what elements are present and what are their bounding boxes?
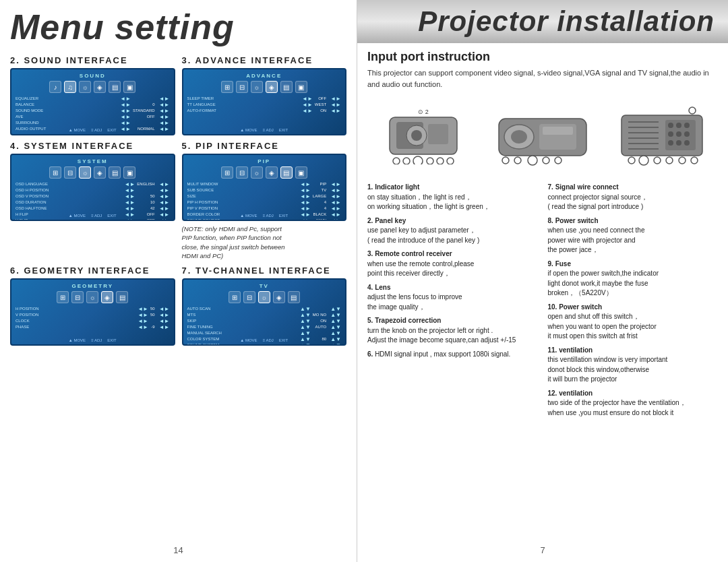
sound-icons: ♪ ♫ ☼ ◈ ▤ ▣ — [16, 81, 170, 93]
pip-adj: ≡ ADJ — [263, 214, 274, 218]
svg-point-26 — [676, 123, 681, 128]
sys-exit: EXIT — [107, 214, 116, 218]
svg-point-30 — [684, 131, 690, 137]
svg-point-31 — [668, 140, 673, 146]
tv-bottom: ▲ MOVE ≡ ADJ EXIT — [183, 338, 346, 342]
sound-icon-4: ◈ — [94, 81, 106, 93]
adv-move: ▲ MOVE — [240, 128, 257, 132]
svg-text:⊙ 2: ⊙ 2 — [419, 108, 429, 115]
sound-icon-1: ♪ — [49, 81, 61, 93]
geometry-screen: GEOMETRY ⊞ ⊟ ☼ ◈ ▤ H POSITIONV POSITIONC… — [10, 278, 175, 346]
instruction-1: 1. Indicator light on stay situation，the… — [367, 183, 538, 212]
pip-note: (NOTE: only HDMI and Pc, support PIP fun… — [182, 224, 347, 260]
geo-icon-5: ▤ — [116, 291, 128, 303]
sound-labels: EQUALIZERBALANCESOUND MODEAVESURROUNDAUD… — [16, 96, 116, 132]
svg-point-22 — [689, 107, 696, 114]
system-section: 4. SYSTEM INTERFACE SYSTEM ⊞ ⊟ ☼ ◈ ▤ ▣ O… — [10, 141, 175, 260]
inst-11-num: 11. — [548, 346, 559, 354]
inst-3-num: 3. — [367, 250, 375, 257]
inst-8-num: 8. — [548, 217, 555, 224]
advance-arrows-right: ◄►◄►◄► — [330, 96, 341, 114]
projector-svg-1: ⊙ 2 — [380, 107, 467, 164]
instruction-11: 11. ventilation this ventillation window… — [548, 346, 719, 385]
pip-heading: 5. PIP INTERFACE — [182, 141, 347, 151]
sys-move: ▲ MOVE — [69, 214, 86, 218]
inst-4-text: adjust the lens focus to improvethe imag… — [367, 293, 462, 311]
inst-4-num: 4. — [367, 284, 375, 291]
svg-point-17 — [502, 157, 509, 164]
instruction-7: 7. Signal wire connect connect projector… — [548, 183, 719, 212]
instruction-10: 10. Power switch open and shut off this … — [548, 303, 719, 342]
inst-12-num: 12. — [548, 389, 559, 397]
sys-icon-5: ▤ — [109, 166, 121, 179]
tv-screen: TV ⊞ ⊟ ☼ ◈ ▤ AUTO SCANMTSSKIPFINE TUNING… — [182, 278, 347, 346]
inst-10-num: 10. — [548, 303, 559, 311]
sound-heading: 2. SOUND INTERFACE — [10, 55, 175, 65]
instruction-8: 8. Power switch when use ,you need conne… — [548, 216, 719, 255]
page-number-right: 7 — [367, 545, 718, 555]
sys-adj: ≡ ADJ — [91, 214, 102, 218]
inst-7-num: 7. — [548, 183, 555, 191]
svg-point-33 — [684, 140, 690, 146]
inst-1-bold: Indicator light — [375, 183, 419, 191]
tv-screen-title: TV — [187, 283, 342, 289]
instruction-9: 9. Fuse if open the power switch,the ind… — [548, 259, 719, 299]
projector-svg-2 — [492, 105, 593, 166]
sound-icon-5: ▤ — [109, 81, 121, 93]
system-icons: ⊞ ⊟ ☼ ◈ ▤ ▣ — [16, 166, 170, 179]
svg-point-19 — [528, 156, 537, 165]
inst-11-text: this ventillation window is very importa… — [548, 356, 668, 383]
tv-icon-3: ☼ — [258, 291, 270, 303]
sound-arrows: ◄►◄►◄►◄►◄►◄► — [120, 96, 131, 132]
sound-icon-2: ♫ — [64, 81, 76, 93]
instruction-2: 2. Panel key use panel key to adjust par… — [367, 216, 538, 246]
inst-1-num: 1. — [367, 183, 375, 191]
tv-section: 7. TV-CHANNEL INTERFACE TV ⊞ ⊟ ☼ ◈ ▤ AUT… — [182, 266, 347, 346]
page-number-left: 14 — [10, 540, 346, 555]
inst-7-text: connect projector signal source，( read t… — [548, 193, 648, 211]
inst-5-bold: Trapezoid correction — [375, 317, 441, 324]
inst-2-num: 2. — [367, 217, 375, 224]
svg-point-7 — [403, 158, 410, 164]
inst-8-bold: Power switch — [555, 217, 599, 224]
sound-icon-3: ☼ — [79, 81, 91, 93]
sound-screen-title: SOUND — [16, 73, 170, 79]
svg-point-4 — [411, 130, 422, 141]
geo-exit: EXIT — [107, 338, 116, 342]
pip-bottom: ▲ MOVE ≡ ADJ EXIT — [183, 214, 346, 218]
sound-menu-rows: EQUALIZERBALANCESOUND MODEAVESURROUNDAUD… — [16, 96, 170, 132]
sound-screen: SOUND ♪ ♫ ☼ ◈ ▤ ▣ EQUALIZERBALANCESOUND … — [10, 68, 175, 135]
svg-point-14 — [511, 130, 527, 144]
advance-values: OFFWESTON — [315, 96, 326, 114]
geo-icon-2: ⊟ — [71, 291, 84, 303]
tv-icons: ⊞ ⊟ ☼ ◈ ▤ — [187, 291, 342, 303]
inst-10-text: open and shut off this switch，when you w… — [548, 313, 657, 340]
instructions-left-col: 1. Indicator light on stay situation，the… — [367, 183, 538, 422]
adv-icon-3: ☼ — [251, 81, 263, 93]
sound-move: ▲ MOVE — [69, 128, 86, 132]
tv-icon-1: ⊞ — [229, 291, 241, 303]
section-row-3: 6. GEOMETRY INTERFACE GEOMETRY ⊞ ⊟ ☼ ◈ ▤… — [10, 266, 346, 346]
left-panel: Menu setting 2. SOUND INTERFACE SOUND ♪ … — [0, 0, 357, 562]
sound-bottom: ▲ MOVE ≡ ADJ EXIT — [11, 128, 174, 132]
advance-labels: SLEEP TIMERTT LANGUAGEAUTO-FORMAT — [187, 96, 298, 114]
geometry-arrows: ◄►◄►◄►◄► — [138, 306, 148, 330]
sys-icon-4: ◈ — [94, 166, 106, 179]
section-row-2: 4. SYSTEM INTERFACE SYSTEM ⊞ ⊟ ☼ ◈ ▤ ▣ O… — [10, 141, 346, 260]
geo-adj: ≡ ADJ — [91, 338, 102, 342]
geo-move: ▲ MOVE — [69, 338, 86, 342]
sys-icon-6: ▣ — [123, 166, 135, 179]
instruction-5: 5. Trapezoid correction turn the knob on… — [367, 316, 538, 346]
inst-9-bold: Fuse — [555, 260, 571, 268]
input-section-title: Input port instruction — [367, 50, 718, 64]
inst-6-text: HDMI signal input , max support 1080i si… — [375, 350, 510, 358]
tv-move: ▲ MOVE — [240, 338, 257, 342]
inst-3-text: when use the remote control,pleasepoint … — [367, 260, 474, 278]
geometry-screen-title: GEOMETRY — [16, 283, 170, 289]
pip-section: 5. PIP INTERFACE PIP ⊞ ⊟ ☼ ◈ ▤ ▣ MULIT W… — [182, 141, 347, 260]
advance-screen: ADVANCE ⊞ ⊟ ☼ ◈ ▤ ▣ SLEEP TIMERTT LANGUA… — [182, 68, 347, 135]
sys-icon-1: ⊞ — [49, 166, 61, 179]
tv-adj: ≡ ADJ — [263, 338, 274, 342]
svg-point-29 — [676, 131, 681, 137]
svg-point-9 — [427, 158, 433, 164]
